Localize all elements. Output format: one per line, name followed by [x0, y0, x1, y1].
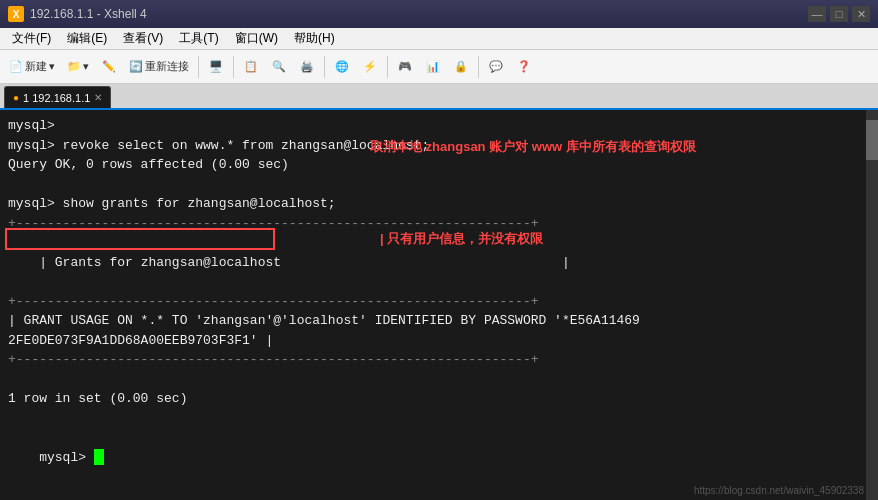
copy-button[interactable]: 📋: [238, 54, 264, 80]
separator5: [478, 56, 479, 78]
row-count-text: 1 row in set (0.00 sec): [8, 391, 187, 406]
dropdown-arrow2: ▾: [83, 60, 89, 73]
terminal-line-3: Query OK, 0 rows affected (0.00 sec): [8, 155, 870, 175]
grant-usage-1: | GRANT USAGE ON *.* TO 'zhangsan'@'loca…: [8, 311, 870, 331]
cmd-show-grants: mysql> show grants for zhangsan@localhos…: [8, 196, 336, 211]
new-label: 新建: [25, 59, 47, 74]
separator1: [198, 56, 199, 78]
help-button[interactable]: ❓: [511, 54, 537, 80]
grant-usage-2: 2FE0DE073F9A1DD68A00EEB9703F3F1' |: [8, 331, 870, 351]
separator4: [387, 56, 388, 78]
edit-button[interactable]: ✏️: [96, 54, 122, 80]
chat-button[interactable]: 💬: [483, 54, 509, 80]
tab-label: 1 192.168.1.1: [23, 92, 90, 104]
terminal-area[interactable]: mysql> mysql> revoke select on www.* fro…: [0, 110, 878, 500]
copy-icon: 📋: [244, 60, 258, 73]
separator2: [233, 56, 234, 78]
annotation-revoke: 取消本地 zhangsan 账户对 www 库中所有表的查询权限: [370, 138, 696, 156]
terminal-line-blank3: [8, 409, 870, 429]
screen-button[interactable]: 🖥️: [203, 54, 229, 80]
separator-mid: +---------------------------------------…: [8, 292, 870, 312]
output-query-ok: Query OK, 0 rows affected (0.00 sec): [8, 157, 289, 172]
tab-bar: ● 1 192.168.1.1 ✕: [0, 84, 878, 110]
annotation-no-privilege: | 只有用户信息，并没有权限: [380, 230, 543, 248]
edit-icon: ✏️: [102, 60, 116, 73]
reconnect-label: 重新连接: [145, 59, 189, 74]
close-button[interactable]: ✕: [852, 6, 870, 22]
toolbar: 📄 新建 ▾ 📁 ▾ ✏️ 🔄 重新连接 🖥️ 📋 🔍 🖨️ 🌐 ⚡ 🎮 📊 🔒…: [0, 50, 878, 84]
tab-status-icon: ●: [13, 92, 19, 103]
reconnect-button[interactable]: 🔄 重新连接: [124, 54, 194, 80]
menu-window[interactable]: 窗口(W): [227, 28, 286, 49]
watermark: https://blog.csdn.net/waivin_45902338: [694, 485, 864, 496]
window-title: 192.168.1.1 - Xshell 4: [30, 7, 808, 21]
terminal-line-blank2: [8, 370, 870, 390]
game-button[interactable]: 🎮: [392, 54, 418, 80]
lightning-button[interactable]: ⚡: [357, 54, 383, 80]
menu-view[interactable]: 查看(V): [115, 28, 171, 49]
app-icon: X: [8, 6, 24, 22]
game-icon: 🎮: [398, 60, 412, 73]
grants-text: | Grants for zhangsan@localhost |: [39, 255, 570, 270]
help-icon: ❓: [517, 60, 531, 73]
search-button[interactable]: 🔍: [266, 54, 292, 80]
new-icon: 📄: [9, 60, 23, 73]
scrollbar[interactable]: [866, 110, 878, 500]
separator3: [324, 56, 325, 78]
web-icon: 🌐: [335, 60, 349, 73]
lock-button[interactable]: 🔒: [448, 54, 474, 80]
tab-close-icon[interactable]: ✕: [94, 92, 102, 103]
cmd-revoke: mysql> revoke select on www.* from zhang…: [8, 138, 429, 153]
maximize-button[interactable]: □: [830, 6, 848, 22]
chat-icon: 💬: [489, 60, 503, 73]
terminal-line-5: mysql> show grants for zhangsan@localhos…: [8, 194, 870, 214]
prompt-1: mysql>: [8, 118, 55, 133]
new-button[interactable]: 📄 新建 ▾: [4, 54, 60, 80]
search-icon: 🔍: [272, 60, 286, 73]
terminal-line-final: mysql>: [8, 428, 870, 487]
menu-tools[interactable]: 工具(T): [171, 28, 226, 49]
title-bar: X 192.168.1.1 - Xshell 4 — □ ✕: [0, 0, 878, 28]
scroll-thumb[interactable]: [866, 120, 878, 160]
lock-icon: 🔒: [454, 60, 468, 73]
dropdown-arrow: ▾: [49, 60, 55, 73]
web-button[interactable]: 🌐: [329, 54, 355, 80]
tab-session[interactable]: ● 1 192.168.1.1 ✕: [4, 86, 111, 108]
stats-icon: 📊: [426, 60, 440, 73]
print-button[interactable]: 🖨️: [294, 54, 320, 80]
terminal-line-1: mysql>: [8, 116, 870, 136]
menu-help[interactable]: 帮助(H): [286, 28, 343, 49]
open-icon: 📁: [67, 60, 81, 73]
final-prompt: mysql>: [39, 450, 94, 465]
row-count: 1 row in set (0.00 sec): [8, 389, 870, 409]
minimize-button[interactable]: —: [808, 6, 826, 22]
grant-text-1: | GRANT USAGE ON *.* TO 'zhangsan'@'loca…: [8, 313, 640, 328]
lightning-icon: ⚡: [363, 60, 377, 73]
menu-file[interactable]: 文件(F): [4, 28, 59, 49]
grant-text-2: 2FE0DE073F9A1DD68A00EEB9703F3F1' |: [8, 333, 273, 348]
reconnect-icon: 🔄: [129, 60, 143, 73]
stats-button[interactable]: 📊: [420, 54, 446, 80]
menu-edit[interactable]: 编辑(E): [59, 28, 115, 49]
open-button[interactable]: 📁 ▾: [62, 54, 94, 80]
cursor: [94, 449, 104, 465]
screen-icon: 🖥️: [209, 60, 223, 73]
separator-bottom: +---------------------------------------…: [8, 350, 870, 370]
window-controls[interactable]: — □ ✕: [808, 6, 870, 22]
print-icon: 🖨️: [300, 60, 314, 73]
terminal-line-blank1: [8, 175, 870, 195]
menu-bar: 文件(F) 编辑(E) 查看(V) 工具(T) 窗口(W) 帮助(H): [0, 28, 878, 50]
